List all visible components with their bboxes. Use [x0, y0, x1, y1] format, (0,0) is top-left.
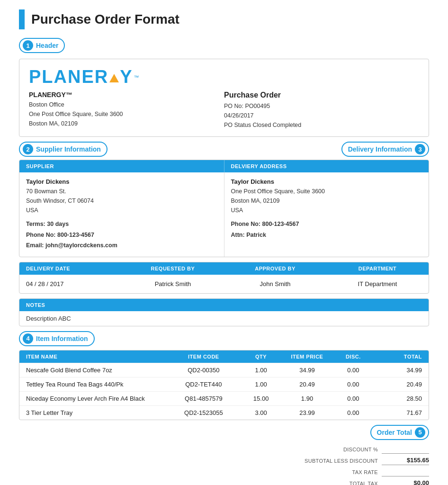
delivery-date-value: 04 / 28 / 2017: [19, 278, 122, 289]
delivery-attn-value: Patrick: [246, 232, 266, 238]
delivery-phone-row: Phone No: 800-123-4567: [231, 219, 422, 230]
order-total-badge-label: Order Total: [377, 429, 412, 436]
items-table: ITEM NAME ITEM CODE QTY ITEM PRICE DISC.…: [19, 350, 429, 420]
item-qty-1: 1.00: [242, 363, 281, 377]
approved-by-header: APPROVED BY: [224, 262, 326, 275]
item-price-4: 23.99: [281, 406, 334, 420]
supplier-address-line1: 70 Bowman St.: [26, 187, 217, 196]
phone-label: Phone No:: [26, 232, 56, 238]
supplier-address: 70 Bowman St. South Windsor, CT 06074 US…: [26, 187, 217, 215]
badge-number-item: 4: [23, 333, 33, 344]
order-total-badge-row: Order Total 5: [249, 425, 429, 440]
subtotal-label: SUBTOTAL LESS DISCOUNT: [249, 458, 382, 464]
item-code-3: Q81-4857579: [166, 392, 242, 405]
item-price-1: 34.99: [281, 363, 334, 377]
delivery-info-col: Taylor Dickens One Post Office Square, S…: [224, 172, 429, 257]
item-qty-4: 3.00: [242, 406, 281, 420]
delivery-address-line2: Boston MA, 02109: [231, 196, 422, 206]
terms-value: 30 days: [47, 221, 69, 227]
company-address: Boston Office One Post Office Square, Su…: [29, 100, 224, 128]
item-name-3: Niceday Economy Lever Arch Fire A4 Black: [19, 392, 166, 405]
discount-row: DISCOUNT %: [249, 444, 429, 455]
header-right: Purchase Order PO No: PO00495 04/26/2017…: [224, 91, 419, 130]
table-row: Tettley Tea Round Tea Bags 440/Pk QD2-TE…: [19, 377, 429, 391]
po-info: PO No: PO00495 04/26/2017 PO Status Clos…: [224, 101, 419, 130]
tax-rate-row: TAX RATE: [249, 467, 429, 478]
delivery-phone-value: 800-123-4567: [262, 221, 299, 227]
supplier-badge-label: Supplier Information: [36, 145, 101, 153]
discount-value: [382, 445, 429, 454]
item-name-1: Nescafe Gold Blend Coffee 7oz: [19, 363, 166, 377]
delivery-meta-header: DELIVERY DATE REQUESTED BY APPROVED BY D…: [19, 262, 429, 275]
department-header: DEPARTMENT: [326, 262, 429, 275]
email-value: john@taylorcdckens.com: [45, 242, 117, 249]
item-name-4: 3 Tier Letter Tray: [19, 406, 166, 420]
logo-text-before: PLANER: [29, 67, 108, 87]
supplier-delivery-header: SUPPLIER DELVIERY ADDRESS: [19, 160, 429, 172]
supplier-delivery-info-columns: Taylor Dickens 70 Bowman St. South Winds…: [19, 172, 429, 257]
header-section: PLANER Y ™ PLANERGY™ Boston Office One P…: [19, 59, 429, 137]
logo-text-after: Y: [120, 67, 133, 87]
notes-body: Description ABC: [19, 311, 429, 326]
subtotal-value: $155.65: [382, 457, 429, 465]
item-disc-header: DISC.: [333, 350, 373, 363]
item-qty-header: QTY: [242, 350, 281, 363]
company-address-line2: One Post Office Square, Suite 3600: [29, 109, 224, 119]
totals-grid: DISCOUNT % SUBTOTAL LESS DISCOUNT $155.6…: [249, 444, 429, 485]
delivery-attn-row: Attn: Patrick: [231, 230, 422, 241]
badge-number-delivery: 3: [415, 144, 425, 154]
company-name: PLANERGY™: [29, 91, 224, 99]
delivery-name: Taylor Dickens: [231, 178, 422, 185]
supplier-delivery-table: SUPPLIER DELVIERY ADDRESS Taylor Dickens…: [19, 160, 429, 257]
company-address-line1: Boston Office: [29, 100, 224, 109]
terms-label: Terms:: [26, 221, 45, 227]
item-total-2: 20.49: [373, 377, 429, 391]
logo-triangle-icon: [109, 74, 119, 82]
tax-rate-value: [382, 468, 429, 476]
item-total-3: 28.50: [373, 392, 429, 405]
item-price-3: 1.90: [281, 392, 334, 405]
item-price-header: ITEM PRICE: [281, 350, 334, 363]
header-section-badge: 1 Header: [19, 38, 65, 53]
supplier-terms-row: Terms: 30 days: [26, 219, 217, 230]
item-total-header: TOTAL: [373, 350, 429, 363]
notes-table: NOTES Description ABC: [19, 298, 429, 326]
supplier-address-line3: USA: [26, 206, 217, 215]
subtotal-row: SUBTOTAL LESS DISCOUNT $155.65: [249, 455, 429, 467]
delivery-date-header: DELIVERY DATE: [19, 262, 122, 275]
supplier-section-badge: 2 Supplier Information: [19, 142, 108, 157]
discount-label: DISCOUNT %: [249, 447, 382, 452]
po-title: Purchase Order: [224, 91, 419, 99]
delivery-meta-row: 04 / 28 / 2017 Patrick Smith John Smith …: [19, 275, 429, 293]
supplier-col-header: SUPPLIER: [19, 160, 224, 172]
notes-header: NOTES: [19, 299, 429, 311]
order-total-section: Order Total 5 DISCOUNT % SUBTOTAL LESS D…: [249, 425, 429, 485]
blue-accent-bar: [19, 9, 25, 29]
delivery-section-badge: 3 Delivery Information: [341, 142, 429, 157]
item-section-badge: 4 Item Information: [19, 331, 95, 346]
item-disc-3: 0.00: [333, 392, 373, 405]
delivery-address: One Post Office Square, Suite 3600 Bosto…: [231, 187, 422, 215]
po-status: PO Status Closed Completed: [224, 120, 419, 130]
supplier-name: Taylor Dickens: [26, 178, 217, 185]
po-date: 04/26/2017: [224, 111, 419, 120]
delivery-attn-label: Attn:: [231, 232, 245, 238]
item-name-header: ITEM NAME: [19, 350, 166, 363]
item-total-1: 34.99: [373, 363, 429, 377]
po-number: PO No: PO00495: [224, 101, 419, 111]
approved-by-value: John Smith: [224, 278, 326, 289]
delivery-badge-label: Delivery Information: [348, 145, 412, 153]
phone-value: 800-123-4567: [57, 232, 94, 238]
item-code-2: QD2-TET440: [166, 377, 242, 391]
page-title-bar: Purchase Order Format: [19, 9, 429, 29]
supplier-address-line2: South Windsor, CT 06074: [26, 196, 217, 206]
header-badge-label: Header: [36, 42, 58, 49]
delivery-phone-label: Phone No:: [231, 221, 261, 227]
delivery-address-line1: One Post Office Square, Suite 3600: [231, 187, 422, 196]
logo-tm: ™: [134, 74, 140, 80]
item-price-2: 20.49: [281, 377, 334, 391]
table-row: Niceday Economy Lever Arch Fire A4 Black…: [19, 391, 429, 405]
order-total-badge: Order Total 5: [370, 425, 429, 440]
tax-rate-label: TAX RATE: [249, 469, 382, 475]
planergy-logo: PLANER Y ™: [29, 67, 419, 87]
